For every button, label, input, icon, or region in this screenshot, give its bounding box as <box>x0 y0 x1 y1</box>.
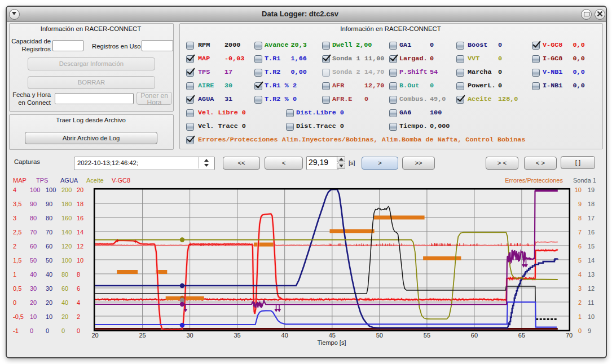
svg-text:40: 40 <box>281 332 288 339</box>
svg-text:100: 100 <box>46 187 56 193</box>
svg-text:2,5: 2,5 <box>13 229 21 236</box>
svg-text:3: 3 <box>578 285 582 292</box>
svg-text:Aceite: Aceite <box>86 177 104 184</box>
svg-text:5: 5 <box>578 257 582 264</box>
svg-text:1,5: 1,5 <box>13 257 21 264</box>
svg-text:20: 20 <box>30 299 37 306</box>
svg-text:4: 4 <box>578 271 582 278</box>
svg-text:13: 13 <box>588 271 595 278</box>
svg-text:TPS: TPS <box>36 177 48 184</box>
svg-text:18: 18 <box>588 201 595 207</box>
svg-text:0: 0 <box>46 327 49 334</box>
svg-text:50: 50 <box>46 257 52 264</box>
svg-text:90: 90 <box>30 201 37 207</box>
svg-text:65: 65 <box>518 332 525 339</box>
svg-text:0: 0 <box>13 299 16 306</box>
svg-text:3: 3 <box>13 215 16 221</box>
svg-text:20: 20 <box>91 332 98 339</box>
svg-text:18: 18 <box>77 201 83 207</box>
svg-text:10: 10 <box>575 187 582 193</box>
svg-text:10: 10 <box>77 257 83 264</box>
svg-text:40: 40 <box>61 299 68 306</box>
svg-text:14: 14 <box>77 229 83 236</box>
svg-text:0,5: 0,5 <box>13 285 21 292</box>
svg-text:140: 140 <box>61 229 72 236</box>
svg-text:7: 7 <box>578 229 582 236</box>
svg-text:40: 40 <box>30 271 37 278</box>
svg-text:12: 12 <box>77 243 83 250</box>
svg-text:55: 55 <box>424 332 430 339</box>
svg-text:60: 60 <box>471 332 478 339</box>
svg-text:9: 9 <box>588 327 591 334</box>
svg-text:15: 15 <box>588 243 595 250</box>
svg-text:60: 60 <box>61 285 68 292</box>
svg-text:60: 60 <box>30 243 37 250</box>
svg-text:180: 180 <box>61 201 72 207</box>
svg-text:2: 2 <box>77 313 80 320</box>
svg-text:9: 9 <box>578 201 582 207</box>
svg-text:50: 50 <box>30 257 37 264</box>
svg-text:80: 80 <box>61 271 68 278</box>
svg-text:30: 30 <box>186 332 193 339</box>
svg-text:17: 17 <box>588 215 595 221</box>
svg-text:10: 10 <box>46 313 52 320</box>
svg-text:80: 80 <box>30 215 37 221</box>
svg-text:14: 14 <box>588 257 595 264</box>
svg-text:AGUA: AGUA <box>60 177 78 184</box>
svg-text:100: 100 <box>61 257 72 264</box>
svg-text:0: 0 <box>77 327 80 334</box>
svg-text:19: 19 <box>588 187 595 193</box>
svg-text:1: 1 <box>578 313 582 320</box>
svg-text:16: 16 <box>77 215 83 221</box>
svg-text:60: 60 <box>46 243 52 250</box>
svg-text:2: 2 <box>578 299 582 306</box>
svg-text:1: 1 <box>13 271 16 278</box>
svg-text:MAP: MAP <box>13 177 27 184</box>
svg-text:10: 10 <box>30 313 37 320</box>
svg-text:160: 160 <box>61 215 72 221</box>
svg-text:0: 0 <box>578 327 582 334</box>
svg-text:70: 70 <box>566 332 573 339</box>
svg-text:-1: -1 <box>13 327 19 334</box>
svg-text:4: 4 <box>77 299 80 306</box>
svg-text:8: 8 <box>77 271 80 278</box>
svg-text:25: 25 <box>139 332 146 339</box>
svg-text:11: 11 <box>588 299 594 306</box>
svg-text:20: 20 <box>61 313 68 320</box>
svg-text:200: 200 <box>61 187 72 193</box>
svg-text:16: 16 <box>588 229 595 236</box>
svg-text:6: 6 <box>578 243 582 250</box>
svg-text:0: 0 <box>30 327 33 334</box>
svg-text:30: 30 <box>46 285 52 292</box>
svg-text:V-GC8: V-GC8 <box>112 177 130 184</box>
svg-text:Tiempo [s]: Tiempo [s] <box>318 339 346 346</box>
svg-text:0: 0 <box>61 327 65 334</box>
svg-text:80: 80 <box>46 215 52 221</box>
svg-text:35: 35 <box>234 332 240 339</box>
svg-text:6: 6 <box>77 285 80 292</box>
svg-text:20: 20 <box>77 187 83 193</box>
svg-text:Errores/Protecciones: Errores/Protecciones <box>505 177 563 184</box>
svg-text:30: 30 <box>30 285 37 292</box>
svg-text:10: 10 <box>588 313 595 320</box>
svg-text:70: 70 <box>46 229 52 236</box>
svg-text:2: 2 <box>13 243 16 250</box>
svg-text:40: 40 <box>46 271 52 278</box>
svg-text:70: 70 <box>30 229 37 236</box>
svg-text:45: 45 <box>329 332 336 339</box>
svg-text:-0,5: -0,5 <box>13 313 24 320</box>
svg-text:Sonda 1: Sonda 1 <box>573 177 596 184</box>
svg-text:4: 4 <box>13 187 16 193</box>
svg-text:20: 20 <box>46 299 52 306</box>
svg-text:90: 90 <box>46 201 52 207</box>
svg-text:120: 120 <box>61 243 72 250</box>
svg-text:50: 50 <box>376 332 383 339</box>
svg-text:8: 8 <box>578 215 582 221</box>
svg-text:3,5: 3,5 <box>13 201 21 207</box>
svg-text:100: 100 <box>30 187 40 193</box>
svg-text:12: 12 <box>588 285 595 292</box>
